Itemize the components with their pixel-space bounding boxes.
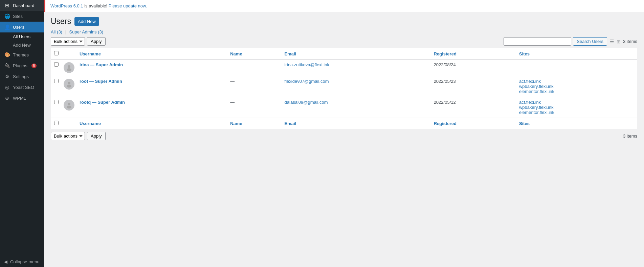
collapse-menu[interactable]: ◀ Collapse menu bbox=[0, 257, 44, 267]
user-avatar-cell bbox=[62, 97, 76, 118]
sidebar-item-settings[interactable]: ⚙ Settings bbox=[0, 71, 44, 82]
add-new-button[interactable]: Add New bbox=[74, 17, 99, 26]
row-checkbox[interactable] bbox=[54, 62, 59, 67]
main-content: WordPress 6.0.1 is available! Please upd… bbox=[44, 0, 644, 267]
content-area: Users Add New All (3) | Super Admins (3)… bbox=[44, 12, 644, 145]
sidebar-item-sites[interactable]: 🌐 Sites bbox=[0, 11, 44, 22]
sites-cell: acf.flexi.inkwpbakery.flexi.inkelementor… bbox=[516, 97, 637, 118]
select-all-checkbox[interactable] bbox=[54, 51, 59, 55]
search-button[interactable]: Search Users bbox=[573, 37, 607, 46]
filter-super-admins[interactable]: Super Admins (3) bbox=[69, 29, 103, 34]
svg-point-0 bbox=[68, 65, 70, 68]
items-count-label: 3 items bbox=[623, 39, 637, 44]
site-link[interactable]: acf.flexi.ink bbox=[519, 79, 634, 84]
row-checkbox[interactable] bbox=[54, 100, 59, 104]
bottom-toolbar-left: Bulk actions Delete Apply bbox=[51, 132, 106, 140]
name-cell: — bbox=[227, 59, 281, 76]
search-box: Search Users bbox=[504, 37, 607, 46]
name-col-header[interactable]: Name bbox=[227, 48, 281, 59]
site-link[interactable]: wpbakery.flexi.ink bbox=[519, 84, 634, 89]
collapse-label: Collapse menu bbox=[10, 259, 40, 264]
user-avatar-cell bbox=[62, 59, 76, 76]
filter-separator: | bbox=[65, 29, 66, 34]
site-link[interactable]: elementor.flexi.ink bbox=[519, 89, 634, 94]
email-cell: irina.zutikova@flexi.ink bbox=[281, 59, 430, 76]
items-count-bottom: 3 items bbox=[623, 134, 637, 139]
sidebar-item-wpml[interactable]: ⊕ WPML bbox=[0, 93, 44, 103]
sidebar-item-label: WPML bbox=[13, 96, 26, 101]
username-link[interactable]: irina — Super Admin bbox=[80, 62, 123, 67]
sidebar-item-users[interactable]: 👤 Users bbox=[0, 22, 44, 32]
sidebar-sub-add-new[interactable]: Add New bbox=[0, 41, 44, 49]
sidebar-item-yoast[interactable]: ◎ Yoast SEO bbox=[0, 82, 44, 93]
registered-cell: 2022/05/23 bbox=[430, 76, 516, 97]
table-row: root — Super Admin—flexidev07@gmail.com2… bbox=[51, 76, 637, 97]
sites-cell bbox=[516, 59, 637, 76]
page-title: Users bbox=[51, 17, 71, 26]
site-link[interactable]: wpbakery.flexi.ink bbox=[519, 105, 634, 110]
email-link[interactable]: irina.zutikova@flexi.ink bbox=[285, 62, 329, 67]
row-checkbox-cell bbox=[51, 59, 62, 76]
all-users-label: All Users bbox=[13, 34, 30, 39]
sidebar-item-plugins[interactable]: 🔌 Plugins 5 bbox=[0, 60, 44, 71]
toolbar-right: Search Users ☰ ⊞ 3 items bbox=[504, 37, 637, 46]
sites-cell: acf.flexi.inkwpbakery.flexi.inkelementor… bbox=[516, 76, 637, 97]
update-now-link[interactable]: Please update now. bbox=[109, 3, 147, 8]
bulk-actions-select-bottom[interactable]: Bulk actions Delete bbox=[51, 132, 85, 140]
sidebar-item-label: Dashboard bbox=[13, 3, 35, 8]
page-header: Users Add New bbox=[51, 17, 637, 26]
table-header-row: Username Name Email Registered Sites bbox=[51, 48, 637, 59]
username-col-header[interactable]: Username bbox=[76, 48, 227, 59]
registered-col-header[interactable]: Registered bbox=[430, 48, 516, 59]
filter-all[interactable]: All (3) bbox=[51, 29, 62, 34]
email-col-footer[interactable]: Email bbox=[281, 118, 430, 129]
search-input[interactable] bbox=[504, 37, 571, 46]
apply-button-top[interactable]: Apply bbox=[87, 37, 106, 46]
email-col-header[interactable]: Email bbox=[281, 48, 430, 59]
app-layout: ⊞ Dashboard 🌐 Sites 👤 Users All Users Ad… bbox=[0, 0, 644, 267]
site-link[interactable]: elementor.flexi.ink bbox=[519, 110, 634, 115]
bulk-actions-select-top[interactable]: Bulk actions Delete bbox=[51, 37, 85, 46]
email-link[interactable]: dalasal09@gmail.com bbox=[285, 100, 328, 105]
settings-icon: ⚙ bbox=[4, 74, 10, 79]
list-view-icon[interactable]: ☰ bbox=[609, 38, 615, 45]
table-footer-row: Username Name Email Registered Sites bbox=[51, 118, 637, 129]
sidebar-item-label: Sites bbox=[13, 14, 23, 19]
username-col-footer[interactable]: Username bbox=[76, 118, 227, 129]
yoast-icon: ◎ bbox=[4, 84, 10, 90]
svg-point-1 bbox=[67, 68, 71, 71]
svg-point-4 bbox=[68, 103, 70, 105]
select-all-col-footer bbox=[51, 118, 62, 129]
grid-view-icon[interactable]: ⊞ bbox=[616, 38, 621, 45]
registered-col-footer[interactable]: Registered bbox=[430, 118, 516, 129]
wordpress-update-link[interactable]: WordPress 6.0.1 bbox=[50, 3, 83, 8]
sidebar-item-label: Users bbox=[13, 25, 24, 30]
apply-button-bottom[interactable]: Apply bbox=[87, 132, 106, 140]
sidebar-item-themes[interactable]: 🎨 Themes bbox=[0, 49, 44, 60]
avatar bbox=[64, 100, 74, 111]
username-link[interactable]: rootq — Super Admin bbox=[80, 100, 125, 105]
email-link[interactable]: flexidev07@gmail.com bbox=[285, 79, 329, 84]
dashboard-icon: ⊞ bbox=[4, 3, 10, 8]
site-link[interactable]: acf.flexi.ink bbox=[519, 100, 634, 105]
registered-cell: 2022/05/12 bbox=[430, 97, 516, 118]
sidebar-sub-all-users[interactable]: All Users bbox=[0, 32, 44, 41]
user-avatar-cell bbox=[62, 76, 76, 97]
username-cell: rootq — Super Admin bbox=[76, 97, 227, 118]
select-all-checkbox-footer[interactable] bbox=[54, 121, 59, 125]
view-icons: ☰ ⊞ bbox=[609, 38, 621, 45]
notice-text: is available! bbox=[83, 3, 109, 8]
sidebar-item-label: Settings bbox=[13, 74, 29, 79]
row-checkbox[interactable] bbox=[54, 79, 59, 83]
filter-links: All (3) | Super Admins (3) bbox=[51, 29, 637, 34]
name-col-footer[interactable]: Name bbox=[227, 118, 281, 129]
svg-point-2 bbox=[68, 82, 70, 84]
sidebar-item-label: Yoast SEO bbox=[13, 85, 34, 90]
table-row: rootq — Super Admin—dalasal09@gmail.com2… bbox=[51, 97, 637, 118]
name-cell: — bbox=[227, 97, 281, 118]
username-link[interactable]: root — Super Admin bbox=[80, 79, 122, 84]
email-cell: dalasal09@gmail.com bbox=[281, 97, 430, 118]
svg-point-5 bbox=[67, 106, 71, 108]
sidebar-item-label: Plugins bbox=[13, 63, 27, 68]
sidebar-item-dashboard[interactable]: ⊞ Dashboard bbox=[0, 0, 44, 11]
